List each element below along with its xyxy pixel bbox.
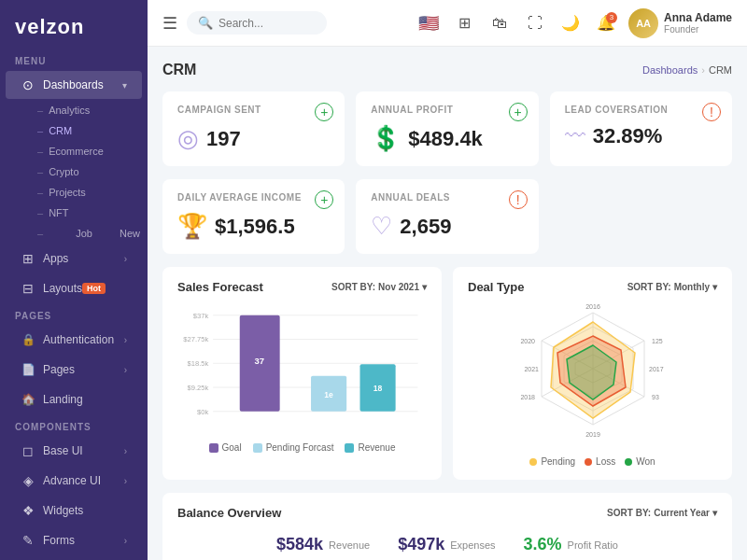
base-ui-icon: ◻ [21, 443, 35, 458]
lock-icon: 🔒 [21, 332, 35, 347]
grid-icon[interactable]: ⊞ [451, 10, 477, 36]
moon-icon[interactable]: 🌙 [557, 10, 584, 36]
sidebar-item-analytics[interactable]: Analytics [37, 100, 148, 120]
hamburger-button[interactable]: ☰ [162, 13, 177, 34]
layouts-icon: ⊟ [21, 281, 35, 296]
breadcrumb: Dashboards › CRM [642, 64, 732, 76]
bell-icon[interactable]: 🔔 3 [593, 10, 619, 36]
sidebar-item-crypto[interactable]: Crypto [37, 161, 148, 182]
user-name: Anna Adame [664, 11, 732, 24]
svg-text:$37k: $37k [193, 312, 209, 320]
legend-color-loss [585, 458, 592, 466]
sidebar-item-label: Landing [43, 393, 83, 406]
sort-by-button[interactable]: SORT BY: Nov 2021 ▾ [331, 282, 427, 292]
lead-icon: 〰 [565, 124, 585, 148]
breadcrumb-home-link[interactable]: Dashboards [642, 64, 698, 76]
legend-item-pending: Pending Forcast [253, 442, 334, 453]
sidebar-item-widgets[interactable]: ❖ Widgets [6, 497, 142, 525]
dashboards-submenu: Analytics CRM Ecommerce Crypto Projects … [0, 100, 148, 244]
radar-legend: Pending Loss Won [468, 456, 717, 467]
metric-label: ANNUAL DEALS [371, 192, 523, 203]
sidebar-item-job[interactable]: Job New [37, 223, 148, 244]
components-section-label: COMPONENTS [0, 414, 148, 436]
sort-by-deal-button[interactable]: SORT BY: Monthly ▾ [627, 282, 717, 292]
metric-value: 197 [206, 127, 241, 151]
svg-text:$18.5k: $18.5k [188, 359, 209, 368]
chart-title: Deal Type [468, 280, 524, 294]
advance-ui-icon: ◈ [21, 473, 35, 488]
sidebar-item-apps[interactable]: ⊞ Apps › [6, 245, 142, 273]
flag-icon[interactable]: 🇺🇸 [416, 10, 442, 36]
metric-value: 2,659 [400, 215, 451, 239]
legend-item-goal: Goal [209, 442, 242, 453]
svg-text:$0k: $0k [197, 408, 208, 416]
new-badge: New [120, 228, 140, 239]
legend-color-revenue [345, 443, 354, 453]
svg-text:2016: 2016 [585, 303, 600, 310]
balance-revenue: $584k Revenue [276, 535, 370, 554]
sidebar-item-nft[interactable]: NFT [37, 203, 148, 223]
balance-expenses-value: $497k [398, 535, 444, 554]
metric-label: CAMPAIGN SENT [177, 105, 330, 115]
sidebar-item-layouts[interactable]: ⊟ Layouts Hot [6, 274, 142, 302]
widgets-icon: ❖ [21, 503, 35, 518]
svg-text:2017: 2017 [649, 366, 664, 372]
sidebar-item-label: Dashboards [43, 78, 104, 91]
radar-chart-svg: 2016 125 93 2017 2019 2018 2020 2021 [500, 299, 686, 457]
metric-label: ANNUAL PROFIT [371, 105, 523, 115]
metric-card-lead: LEAD COVERSATION 〰 32.89% ! [550, 91, 732, 166]
sidebar-item-advance-ui[interactable]: ◈ Advance UI › [6, 467, 142, 495]
pages-icon: 📄 [21, 362, 35, 377]
balance-profit-label: Profit Ratio [568, 539, 618, 551]
legend-item-revenue: Revenue [345, 442, 395, 453]
sidebar-item-ecommerce[interactable]: Ecommerce [37, 141, 148, 161]
svg-text:$9.25k: $9.25k [188, 384, 209, 392]
legend-color-goal [209, 443, 218, 453]
svg-text:2020: 2020 [520, 338, 535, 344]
metric-value: $489.4k [408, 127, 483, 151]
balance-profit-value: 3.6% [524, 535, 562, 554]
shopping-bag-icon[interactable]: 🛍 [486, 10, 513, 36]
fullscreen-icon[interactable]: ⛶ [522, 10, 548, 36]
sort-by-balance-button[interactable]: SORT BY: Current Year ▾ [607, 508, 717, 518]
metric-indicator-up: + [315, 103, 333, 121]
sidebar-item-forms[interactable]: ✎ Forms › [6, 526, 142, 554]
apps-icon: ⊞ [21, 251, 35, 266]
metric-card-deals: ANNUAL DEALS ♡ 2,659 ! [356, 179, 538, 254]
pages-section-label: PAGES [0, 303, 148, 325]
sidebar-item-landing[interactable]: 🏠 Landing [6, 385, 142, 413]
heart-icon: ♡ [371, 212, 392, 241]
svg-text:2019: 2019 [585, 431, 600, 438]
sidebar-item-tables[interactable]: ⊞ Tables › [6, 556, 142, 560]
user-avatar-button[interactable]: AA Anna Adame Founder [628, 8, 732, 38]
profit-icon: 💲 [371, 124, 401, 153]
logo-text: velzon [15, 15, 84, 38]
sidebar-item-dashboards[interactable]: ⊙ Dashboards ▾ [6, 71, 142, 99]
balance-title: Balance Overview [177, 506, 281, 520]
balance-expenses-label: Expenses [450, 539, 495, 551]
balance-revenue-value: $584k [276, 535, 323, 554]
dashboard-icon: ⊙ [21, 77, 35, 92]
radar-chart: 2016 125 93 2017 2019 2018 2020 2021 [468, 303, 717, 453]
charts-row: Sales Forecast SORT BY: Nov 2021 ▾ [162, 267, 732, 480]
sidebar: velzon MENU ⊙ Dashboards ▾ Analytics CRM… [0, 0, 148, 560]
balance-profit-ratio: 3.6% Profit Ratio [524, 535, 618, 554]
sidebar-item-crm[interactable]: CRM [37, 120, 148, 141]
sidebar-item-base-ui[interactable]: ◻ Base UI › [6, 437, 142, 465]
search-bar[interactable]: 🔍 [187, 11, 327, 35]
legend-item-loss: Loss [585, 456, 615, 467]
metric-indicator-down: ! [509, 190, 528, 209]
sidebar-item-label: Apps [43, 252, 68, 265]
balance-stats: $584k Revenue $497k Expenses 3.6% Profit… [177, 531, 717, 558]
search-input[interactable] [218, 17, 312, 30]
sidebar-item-pages[interactable]: 📄 Pages › [6, 356, 142, 384]
legend-color-pending [253, 443, 262, 453]
metric-indicator-up: + [315, 190, 333, 209]
chevron-down-icon: ▾ [712, 508, 717, 518]
sidebar-item-projects[interactable]: Projects [37, 182, 148, 203]
metric-label: DAILY AVERAGE INCOME [177, 192, 330, 203]
metric-card-profit: ANNUAL PROFIT 💲 $489.4k + [356, 91, 538, 166]
metric-indicator-down: ! [702, 103, 721, 121]
svg-text:2021: 2021 [524, 366, 539, 372]
sidebar-item-authentication[interactable]: 🔒 Authentication › [6, 326, 142, 354]
